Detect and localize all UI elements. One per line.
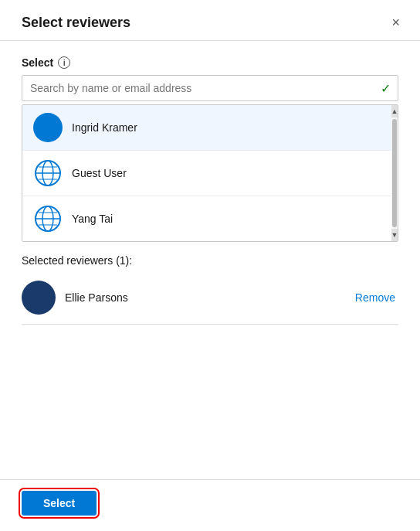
scroll-down-arrow[interactable]: ▼ bbox=[391, 229, 398, 241]
search-wrapper: ✓ bbox=[22, 75, 398, 101]
selected-user-row: Ellie Parsons Remove bbox=[22, 274, 398, 325]
list-item[interactable]: Ingrid Kramer bbox=[22, 105, 398, 151]
selected-user-name: Ellie Parsons bbox=[65, 291, 346, 304]
user-dropdown-list: Ingrid Kramer Guest User bbox=[22, 104, 398, 242]
avatar bbox=[33, 113, 63, 142]
user-name: Ingrid Kramer bbox=[72, 121, 137, 134]
selected-reviewers-label: Selected reviewers (1): bbox=[22, 254, 398, 267]
info-icon[interactable]: i bbox=[58, 56, 70, 69]
globe-icon bbox=[33, 158, 63, 188]
select-button[interactable]: Select bbox=[22, 491, 97, 516]
user-name: Guest User bbox=[72, 167, 127, 179]
dialog-header: Select reviewers × bbox=[0, 0, 420, 41]
search-input[interactable] bbox=[22, 75, 398, 101]
dialog-body: Select i ✓ Ingrid Kramer bbox=[0, 41, 420, 479]
remove-button[interactable]: Remove bbox=[355, 291, 395, 304]
select-reviewers-dialog: Select reviewers × Select i ✓ Ingrid Kra… bbox=[0, 0, 420, 531]
scrollbar-track: ▲ ▼ bbox=[391, 105, 398, 241]
select-label-text: Select bbox=[22, 56, 53, 69]
check-icon: ✓ bbox=[381, 81, 391, 96]
dialog-title: Select reviewers bbox=[22, 15, 130, 31]
dialog-footer: Select bbox=[0, 479, 420, 531]
scroll-up-arrow[interactable]: ▲ bbox=[391, 105, 398, 117]
scroll-thumb[interactable] bbox=[392, 119, 397, 227]
list-item[interactable]: Yang Tai bbox=[22, 196, 398, 241]
select-label: Select i bbox=[22, 56, 398, 69]
avatar bbox=[22, 281, 56, 315]
dropdown-inner: Ingrid Kramer Guest User bbox=[22, 105, 398, 241]
globe-icon bbox=[33, 204, 63, 233]
close-button[interactable]: × bbox=[387, 14, 405, 31]
user-name: Yang Tai bbox=[72, 213, 113, 225]
list-item[interactable]: Guest User bbox=[22, 151, 398, 196]
